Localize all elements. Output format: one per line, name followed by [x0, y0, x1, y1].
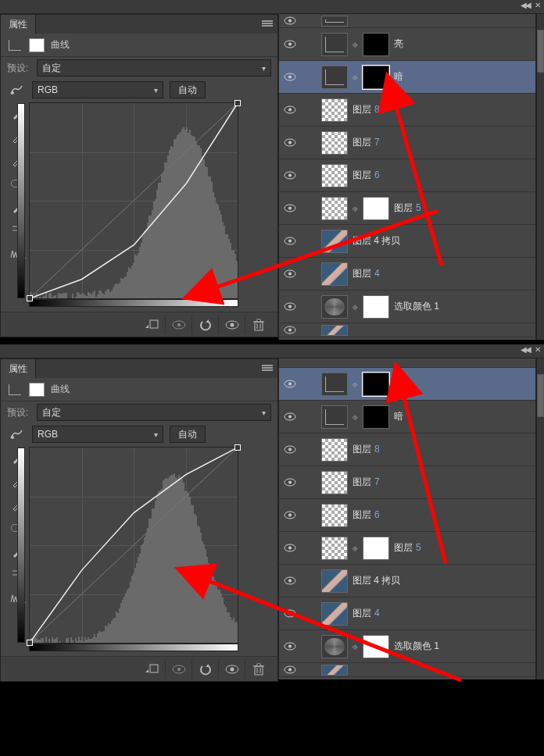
layer-row[interactable] — [279, 358, 535, 368]
scroll-thumb[interactable] — [537, 374, 544, 417]
visibility-toggle-icon[interactable] — [282, 301, 298, 313]
layer-name[interactable]: 选取颜色 1 — [394, 640, 439, 653]
mask-thumb[interactable] — [363, 197, 389, 220]
layer-name[interactable]: 亮 — [394, 37, 403, 51]
preset-dropdown[interactable]: 自定▾ — [37, 404, 271, 421]
visibility-toggle-icon[interactable] — [282, 15, 298, 27]
scrollbar[interactable] — [536, 14, 544, 340]
visibility-toggle-icon[interactable] — [282, 71, 298, 84]
close-icon[interactable]: ✕ — [535, 345, 541, 354]
visibility-toggle-icon[interactable] — [282, 268, 298, 280]
visibility-toggle-icon[interactable] — [282, 476, 298, 489]
layer-row[interactable]: ⎆暗 — [279, 401, 535, 433]
mask-thumb[interactable] — [363, 295, 389, 319]
layer-row[interactable]: 图层7 — [279, 127, 535, 159]
layer-row[interactable]: ⎆图层5 — [279, 192, 535, 225]
layer-row[interactable]: 图层6 — [279, 159, 535, 192]
layer-row[interactable]: 图层8 — [279, 94, 535, 127]
layer-name[interactable]: 图层7 — [353, 476, 380, 489]
visibility-toggle-icon[interactable] — [282, 411, 298, 423]
link-icon[interactable]: ⎆ — [353, 380, 358, 389]
collapse-icon[interactable]: ◀◀ — [521, 345, 530, 354]
link-icon[interactable]: ⎆ — [353, 40, 358, 49]
properties-tab[interactable]: 属性 — [1, 15, 36, 34]
clip-to-layer-icon[interactable] — [138, 316, 165, 334]
auto-button[interactable]: 自动 — [170, 81, 206, 98]
mask-thumb[interactable] — [363, 537, 389, 560]
visibility-toggle-icon[interactable] — [282, 378, 298, 390]
layer-row[interactable] — [279, 14, 535, 28]
layer-name[interactable]: 图层7 — [353, 136, 380, 149]
layer-row[interactable]: 图层 4 拷贝 — [279, 565, 535, 597]
layer-name[interactable]: 图层6 — [353, 169, 380, 182]
view-previous-icon[interactable] — [165, 316, 191, 334]
reset-icon[interactable] — [191, 660, 218, 679]
trash-icon[interactable] — [245, 660, 271, 679]
visibility-toggle-icon[interactable] — [282, 137, 298, 149]
layer-name[interactable]: 图层4 — [353, 607, 380, 620]
layer-row[interactable] — [279, 323, 535, 337]
layer-row[interactable]: ⎆暗 — [279, 61, 535, 94]
visibility-toggle-icon[interactable] — [282, 202, 298, 215]
properties-tab[interactable]: 属性 — [1, 359, 36, 378]
layer-row[interactable]: ⎆亮 — [279, 28, 535, 61]
visibility-toggle-icon[interactable] — [282, 444, 298, 456]
scrollbar[interactable] — [536, 358, 544, 679]
curves-graph[interactable] — [29, 102, 238, 299]
reset-icon[interactable] — [191, 316, 218, 334]
layer-name[interactable]: 暗 — [394, 70, 403, 84]
layer-name[interactable]: 图层5 — [394, 541, 421, 555]
visibility-toggle-icon[interactable] — [282, 235, 298, 248]
collapse-icon[interactable]: ◀◀ — [521, 1, 530, 9]
layer-name[interactable]: 图层8 — [353, 103, 380, 116]
flyout-menu-icon[interactable] — [262, 20, 273, 28]
view-previous-icon[interactable] — [165, 660, 191, 679]
layer-row[interactable]: 图层6 — [279, 499, 535, 532]
target-adjust-icon[interactable] — [7, 426, 26, 443]
visibility-toggle-icon[interactable] — [282, 104, 298, 116]
curves-graph[interactable] — [29, 447, 238, 644]
link-icon[interactable]: ⎆ — [353, 412, 358, 422]
layer-name[interactable]: 图层4 — [353, 267, 380, 280]
mask-thumbnail-icon[interactable] — [29, 38, 45, 52]
mask-thumb[interactable] — [363, 635, 389, 658]
auto-button[interactable]: 自动 — [170, 426, 206, 443]
mask-thumb[interactable] — [363, 33, 389, 56]
toggle-visibility-icon[interactable] — [218, 316, 245, 334]
mask-thumbnail-icon[interactable] — [29, 383, 45, 397]
layer-name[interactable]: 图层 4 拷贝 — [353, 574, 400, 587]
link-icon[interactable]: ⎆ — [353, 544, 358, 553]
layer-row[interactable]: 图层8 — [279, 433, 535, 466]
mask-thumb[interactable] — [363, 373, 389, 396]
flyout-menu-icon[interactable] — [262, 365, 273, 373]
layer-row[interactable]: 图层4 — [279, 597, 535, 630]
link-icon[interactable]: ⎆ — [353, 302, 358, 312]
link-icon[interactable]: ⎆ — [353, 642, 358, 651]
visibility-toggle-icon[interactable] — [282, 664, 298, 676]
layer-row[interactable]: 图层 4 拷贝 — [279, 225, 535, 258]
layer-name[interactable]: 图层5 — [394, 201, 421, 215]
target-adjust-icon[interactable] — [7, 81, 26, 98]
visibility-toggle-icon[interactable] — [282, 324, 298, 337]
layer-name[interactable]: 图层 4 拷贝 — [353, 234, 400, 248]
visibility-toggle-icon[interactable] — [282, 608, 298, 620]
layer-name[interactable]: 亮 — [394, 377, 403, 390]
mask-thumb[interactable] — [363, 66, 389, 89]
layer-row[interactable]: ⎆图层5 — [279, 532, 535, 565]
visibility-toggle-icon[interactable] — [282, 542, 298, 555]
visibility-toggle-icon[interactable] — [282, 38, 298, 51]
clip-to-layer-icon[interactable] — [138, 660, 165, 679]
channel-dropdown[interactable]: RGB▾ — [32, 426, 163, 443]
toggle-visibility-icon[interactable] — [218, 660, 245, 679]
layer-row[interactable]: ⎆选取颜色 1 — [279, 630, 535, 663]
layer-row[interactable] — [279, 663, 535, 677]
link-icon[interactable]: ⎆ — [353, 204, 358, 213]
trash-icon[interactable] — [245, 316, 271, 334]
layer-row[interactable]: 图层4 — [279, 258, 535, 291]
channel-dropdown[interactable]: RGB▾ — [32, 81, 163, 98]
layer-name[interactable]: 暗 — [394, 410, 403, 423]
visibility-toggle-icon[interactable] — [282, 169, 298, 182]
layer-name[interactable]: 图层6 — [353, 508, 380, 522]
layer-row[interactable]: ⎆选取颜色 1 — [279, 291, 535, 323]
mask-thumb[interactable] — [363, 405, 389, 429]
